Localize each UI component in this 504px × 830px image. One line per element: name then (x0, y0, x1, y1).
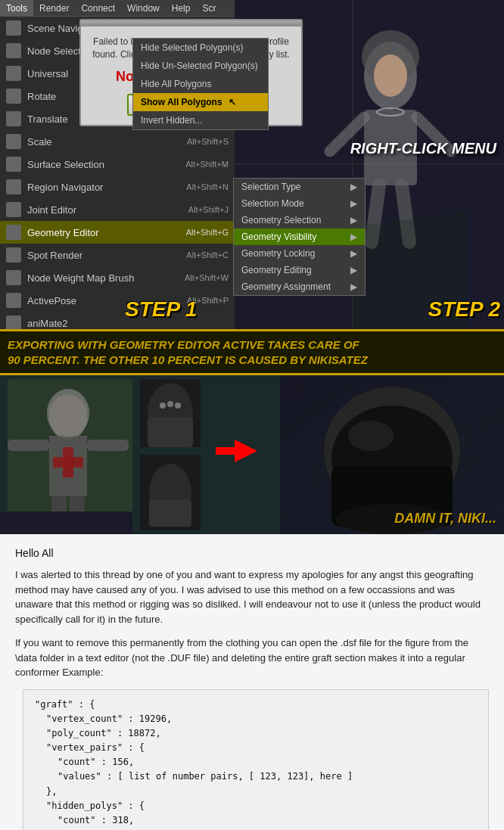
arrow-icon: ▶ (350, 281, 357, 292)
context-geometry-locking[interactable]: Geometry Locking ▶ (234, 245, 365, 262)
menu-tools[interactable]: Tools (0, 0, 33, 16)
code-line-4: "count" : 156, (58, 755, 477, 769)
banner-line1: EXPORTING WITH GEOMETRY EDITOR ACTIVE TA… (8, 337, 496, 353)
tool-animate2[interactable]: aniMate2 (0, 312, 235, 329)
svg-point-27 (160, 403, 166, 409)
menu-scr[interactable]: Scr (196, 3, 222, 14)
tool-joint-editor[interactable]: Joint Editor Alt+Shift+J (0, 198, 235, 221)
tool-region-navigator[interactable]: Region Navigator Alt+Shift+N (0, 176, 235, 198)
geometry-editor-icon (6, 225, 21, 240)
code-line-5: "values" : [ list of number pairs, [ 123… (58, 769, 477, 784)
animate2-icon (6, 316, 21, 329)
scene-navig-icon (6, 20, 21, 36)
tool-surface-selection[interactable]: Surface Selection Alt+Shift+M (0, 153, 235, 176)
top-section: Tools Render Connect Window Help Scr Sce… (0, 0, 504, 329)
character-figure (0, 375, 280, 534)
svg-rect-16 (8, 440, 49, 451)
tool-activepose[interactable]: ActivePose Alt+Shift+P (0, 289, 235, 312)
svg-rect-26 (148, 417, 193, 447)
tool-geometry-editor[interactable]: Geometry Editor Alt+Shift+G (0, 221, 235, 244)
code-block: "graft" : { "vertex_count" : 19296, "pol… (23, 689, 489, 831)
foot-closeup: DAMN IT, NIKI... (280, 375, 504, 534)
weight-map-icon (6, 270, 21, 285)
arrow-icon: ▶ (350, 198, 357, 209)
right-click-menu-label: RIGHT-CLICK MENU (350, 140, 496, 157)
text-area: Hello All I was alerted to this thread b… (0, 534, 504, 830)
rotate-icon (6, 89, 21, 104)
submenu-hide-unselected[interactable]: Hide Un-Selected Polygon(s) (133, 57, 268, 75)
banner-line2: 90 PERCENT. THE OTHER 10 PERCENT IS CAUS… (8, 353, 496, 368)
svg-rect-23 (0, 511, 132, 534)
context-menu: Selection Type ▶ Selection Mode ▶ Geomet… (233, 178, 366, 296)
universal-icon (6, 66, 21, 81)
context-selection-type[interactable]: Selection Type ▶ (234, 179, 365, 195)
arrow-icon: ▶ (350, 182, 357, 192)
svg-rect-32 (149, 500, 191, 527)
menu-bar[interactable]: Tools Render Connect Window Help Scr (0, 0, 235, 17)
node-select-icon (6, 43, 21, 58)
code-line-0: "graft" : { (35, 698, 477, 712)
submenu-hide-all[interactable]: Hide All Polygons (133, 75, 268, 93)
arrow-icon: ▶ (350, 232, 357, 242)
submenu-hide-selected[interactable]: Hide Selected Polygon(s) (133, 39, 268, 57)
activepose-icon (6, 293, 21, 308)
context-geometry-editing[interactable]: Geometry Editing ▶ (234, 262, 365, 278)
code-line-6: }, (46, 785, 477, 799)
arrow-icon: ▶ (350, 215, 357, 225)
translate-icon (6, 111, 21, 126)
dialog-title-bar (81, 20, 301, 26)
context-geometry-visibility[interactable]: Geometry Visibility ▶ (234, 228, 365, 245)
para2: If you want to remove this permanently f… (15, 636, 489, 680)
svg-point-29 (175, 403, 181, 409)
code-line-3: "vertex_pairs" : { (46, 741, 477, 755)
context-selection-mode[interactable]: Selection Mode ▶ (234, 195, 365, 212)
svg-point-20 (47, 389, 89, 437)
menu-window[interactable]: Window (121, 3, 166, 14)
arrow-icon: ▶ (350, 265, 357, 275)
char-figure-svg (0, 375, 280, 534)
menu-connect[interactable]: Connect (75, 3, 121, 14)
step1-label: STEP 1 (125, 297, 197, 322)
step2-label: STEP 2 (428, 297, 500, 322)
submenu-show-all[interactable]: Show All Polygons ↖ (133, 93, 268, 111)
image-section: DAMN IT, NIKI... (0, 375, 504, 534)
menu-help[interactable]: Help (166, 3, 197, 14)
para1: I was alerted to this thread by one of y… (15, 567, 489, 626)
spot-render-icon (6, 247, 21, 263)
svg-point-11 (374, 54, 407, 97)
code-line-8: "count" : 318, (58, 813, 477, 828)
context-geometry-selection[interactable]: Geometry Selection ▶ (234, 212, 365, 228)
cursor-icon: ↖ (229, 97, 236, 107)
code-line-2: "poly_count" : 18872, (46, 726, 477, 741)
banner: EXPORTING WITH GEOMETRY EDITOR ACTIVE TA… (0, 329, 504, 375)
context-geometry-assignment[interactable]: Geometry Assignment ▶ (234, 278, 365, 295)
greeting: Hello All (15, 546, 489, 561)
joint-editor-icon (6, 202, 21, 217)
svg-point-28 (167, 401, 173, 407)
damn-niki-label: DAMN IT, NIKI... (394, 511, 496, 527)
code-line-1: "vertex_count" : 19296, (46, 712, 477, 726)
tool-weight-map[interactable]: Node Weight Map Brush Alt+Shift+W (0, 266, 235, 289)
svg-rect-17 (87, 440, 129, 451)
menu-render[interactable]: Render (33, 3, 75, 14)
submenu-invert-hidden[interactable]: Invert Hidden... (133, 111, 268, 129)
svg-rect-22 (53, 457, 83, 468)
tool-spot-render[interactable]: Spot Render Alt+Shift+C (0, 244, 235, 266)
region-navigator-icon (6, 179, 21, 194)
arrow-icon: ▶ (350, 248, 357, 259)
tool-scale[interactable]: Scale Alt+Shift+S (0, 130, 235, 153)
surface-selection-icon (6, 157, 21, 172)
code-line-7: "hidden_polys" : { (46, 799, 477, 813)
scale-icon (6, 134, 21, 149)
submenu: Hide Selected Polygon(s) Hide Un-Selecte… (132, 38, 269, 130)
